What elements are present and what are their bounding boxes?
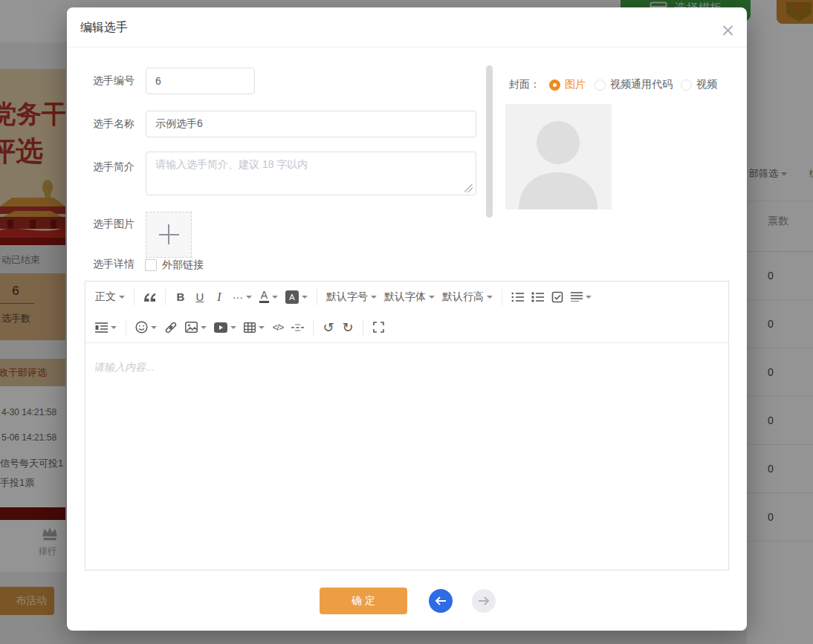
paragraph-style-label: 正文 [95, 290, 116, 304]
cover-image-preview[interactable] [505, 104, 612, 209]
edit-player-modal: 编辑选手 选手编号 选手名称 选手简介 选手图片 选手详情 外部链接 封面： 图… [67, 7, 747, 631]
code-block-icon[interactable]: </> [268, 317, 288, 338]
table-dropdown[interactable] [240, 317, 268, 338]
modal-header-divider [67, 47, 747, 48]
font-color-dropdown[interactable]: A [256, 287, 282, 308]
chevron-down-icon [429, 296, 435, 299]
fullscreen-icon[interactable] [369, 317, 388, 338]
external-link-checkbox[interactable] [145, 259, 157, 271]
font-family-dropdown[interactable]: 默认字体 [380, 287, 438, 308]
bold-icon[interactable]: B [171, 287, 190, 308]
player-detail-label: 选手详情 [93, 258, 135, 271]
toolbar-separator [317, 289, 317, 305]
cover-option-video-label: 视频 [696, 78, 717, 91]
more-icon: ··· [233, 291, 243, 303]
radio-selected-icon [549, 79, 560, 91]
rich-text-editor: 正文 B U I ··· A [85, 281, 729, 570]
indent-dropdown[interactable] [91, 317, 120, 338]
player-image-label: 选手图片 [93, 218, 135, 231]
cover-option-image-label: 图片 [565, 78, 586, 91]
font-family-label: 默认字体 [384, 290, 426, 304]
background-color-icon: A [285, 290, 299, 304]
player-name-label: 选手名称 [93, 117, 135, 131]
link-icon[interactable] [161, 317, 181, 338]
modal-title: 编辑选手 [80, 20, 128, 36]
image-upload-button[interactable] [146, 212, 192, 258]
close-icon[interactable] [720, 22, 736, 39]
redo-icon[interactable]: ↻ [338, 317, 357, 338]
chevron-down-icon [151, 326, 157, 329]
chevron-down-icon [487, 296, 493, 299]
editor-toolbar: 正文 B U I ··· A [85, 282, 728, 343]
paragraph-style-dropdown[interactable]: 正文 [91, 287, 129, 308]
cover-label: 封面： [509, 78, 540, 91]
italic-icon[interactable]: I [210, 287, 229, 308]
line-height-label: 默认行高 [442, 290, 484, 304]
person-silhouette-icon [505, 104, 612, 209]
chevron-down-icon [119, 296, 125, 299]
bullet-list-icon[interactable] [508, 287, 528, 308]
chevron-down-icon [259, 326, 265, 329]
ordered-list-icon[interactable] [528, 287, 548, 308]
more-text-styles-dropdown[interactable]: ··· [229, 287, 256, 308]
previous-player-button[interactable] [429, 589, 453, 613]
chevron-down-icon [230, 326, 236, 329]
cover-option-embed-label: 视频通用代码 [610, 78, 673, 91]
player-intro-label: 选手简介 [93, 160, 135, 174]
external-link-label: 外部链接 [162, 258, 204, 272]
align-dropdown[interactable] [567, 287, 595, 308]
video-dropdown[interactable] [210, 317, 240, 338]
divider-icon[interactable] [288, 317, 308, 338]
cover-option-video[interactable]: 视频 [681, 78, 717, 91]
background-color-dropdown[interactable]: A [282, 287, 311, 308]
todo-list-icon[interactable] [548, 287, 567, 308]
player-number-label: 选手编号 [93, 74, 135, 88]
toolbar-separator [502, 289, 502, 305]
chevron-down-icon [371, 296, 377, 299]
toolbar-separator [126, 319, 126, 336]
image-dropdown[interactable] [181, 317, 210, 338]
chevron-down-icon [111, 326, 117, 329]
line-height-dropdown[interactable]: 默认行高 [438, 287, 496, 308]
chevron-down-icon [272, 296, 278, 299]
next-player-button[interactable] [472, 589, 496, 613]
screen: 选择模板 VIP 党务干 评选 [0, 0, 813, 644]
toolbar-separator [165, 289, 166, 305]
toolbar-separator [313, 319, 314, 336]
blockquote-icon[interactable] [140, 287, 160, 308]
radio-icon [681, 79, 692, 91]
player-number-input[interactable] [146, 68, 255, 94]
player-intro-textarea[interactable] [146, 152, 476, 195]
chevron-down-icon [302, 296, 308, 299]
font-size-label: 默认字号 [326, 290, 368, 304]
emoji-dropdown[interactable] [132, 317, 161, 338]
form-scrollbar[interactable] [486, 65, 493, 218]
font-size-dropdown[interactable]: 默认字号 [323, 287, 380, 308]
chevron-down-icon [246, 296, 252, 299]
underline-icon[interactable]: U [190, 287, 210, 308]
editor-placeholder: 请输入内容... [94, 361, 155, 374]
player-name-input[interactable] [146, 111, 476, 137]
arrow-right-icon [477, 596, 490, 606]
toolbar-separator [363, 319, 363, 336]
cover-option-embed-code[interactable]: 视频通用代码 [595, 78, 673, 91]
editor-content-area[interactable]: 请输入内容... [85, 343, 728, 570]
chevron-down-icon [201, 326, 207, 329]
chevron-down-icon [586, 296, 592, 299]
font-color-icon: A [261, 290, 268, 300]
toolbar-separator [134, 289, 135, 305]
radio-icon [595, 79, 606, 91]
cover-option-image[interactable]: 图片 [549, 78, 586, 91]
arrow-left-icon [434, 596, 447, 606]
confirm-button[interactable]: 确 定 [320, 588, 407, 614]
undo-icon[interactable]: ↺ [319, 317, 338, 338]
plus-icon [168, 224, 169, 244]
